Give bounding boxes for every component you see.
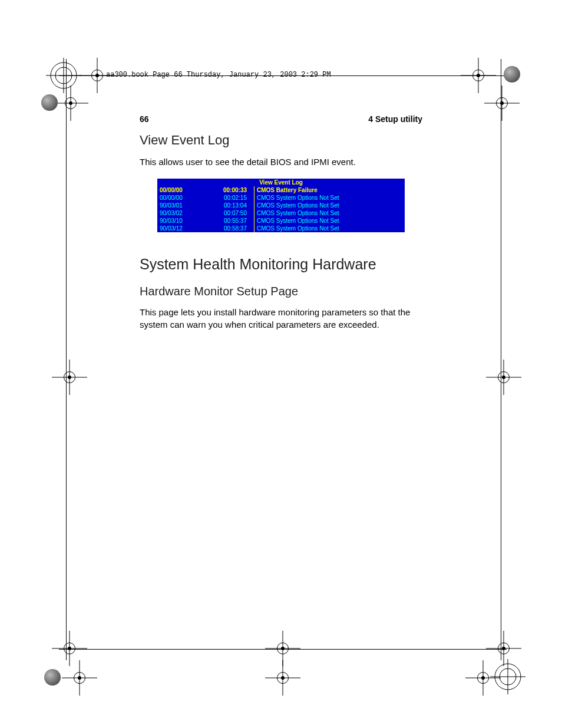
crosshair-icon bbox=[490, 91, 514, 115]
event-date: 00/00/00 bbox=[157, 186, 203, 194]
event-time: 00:58:37 bbox=[203, 225, 254, 232]
event-log-row: 90/03/0200:07:50CMOS System Options Not … bbox=[157, 209, 405, 217]
section-title: 4 Setup utility bbox=[368, 114, 422, 124]
crosshair-icon bbox=[492, 365, 515, 389]
crosshair-icon bbox=[58, 637, 81, 660]
crosshair-icon bbox=[467, 64, 490, 87]
event-date: 90/03/02 bbox=[157, 209, 203, 217]
event-log-table: View Event Log 00/00/0000:00:33CMOS Batt… bbox=[157, 179, 405, 232]
event-date: 90/03/10 bbox=[157, 217, 203, 225]
book-header-line: aa300.book Page 66 Thursday, January 23,… bbox=[106, 71, 331, 79]
event-message: CMOS System Options Not Set bbox=[254, 194, 405, 202]
event-log-row: 00/00/0000:02:15CMOS System Options Not … bbox=[157, 194, 405, 202]
body-view-event-log: This allows user to see the detail BIOS … bbox=[140, 156, 422, 168]
content-area: View Event Log This allows user to see t… bbox=[140, 133, 422, 341]
event-time: 00:02:15 bbox=[203, 194, 254, 202]
event-time: 00:07:50 bbox=[203, 209, 254, 217]
event-date: 00/00/00 bbox=[157, 194, 203, 202]
heading-view-event-log: View Event Log bbox=[140, 133, 422, 148]
event-date: 90/03/12 bbox=[157, 225, 203, 232]
page-number: 66 bbox=[140, 114, 149, 124]
crosshair-icon bbox=[492, 637, 515, 660]
event-log-row: 90/03/0100:13:04CMOS System Options Not … bbox=[157, 202, 405, 209]
event-message: CMOS Battery Failure bbox=[254, 186, 405, 194]
event-log-title: View Event Log bbox=[157, 179, 405, 186]
crosshair-icon bbox=[59, 91, 82, 115]
shaded-ball-icon bbox=[41, 94, 58, 111]
event-message: CMOS System Options Not Set bbox=[254, 217, 405, 225]
event-log-row: 00/00/0000:00:33CMOS Battery Failure bbox=[157, 186, 405, 194]
frame-left-line bbox=[66, 59, 67, 660]
body-hardware-monitor: This page lets you install hardware moni… bbox=[140, 307, 422, 331]
event-log-row: 90/03/1000:55:37CMOS System Options Not … bbox=[157, 217, 405, 225]
crosshair-icon bbox=[85, 64, 109, 87]
event-message: CMOS System Options Not Set bbox=[254, 225, 405, 232]
event-date: 90/03/01 bbox=[157, 202, 203, 209]
crosshair-icon bbox=[271, 666, 295, 690]
event-time: 00:00:33 bbox=[203, 186, 254, 194]
heading-system-health: System Health Monitoring Hardware bbox=[140, 256, 422, 273]
event-time: 00:55:37 bbox=[203, 217, 254, 225]
event-time: 00:13:04 bbox=[203, 202, 254, 209]
shaded-ball-icon bbox=[44, 669, 61, 686]
crosshair-icon bbox=[68, 666, 91, 690]
crosshair-icon bbox=[58, 365, 81, 389]
registration-mark-top-left bbox=[46, 58, 81, 93]
frame-right-line bbox=[501, 59, 501, 660]
registration-mark-bottom-right bbox=[490, 659, 525, 694]
shaded-ball-icon bbox=[504, 66, 520, 83]
event-message: CMOS System Options Not Set bbox=[254, 202, 405, 209]
event-log-row: 90/03/1200:58:37CMOS System Options Not … bbox=[157, 225, 405, 232]
crosshair-icon bbox=[271, 637, 295, 660]
event-message: CMOS System Options Not Set bbox=[254, 209, 405, 217]
heading-hardware-monitor: Hardware Monitor Setup Page bbox=[140, 285, 422, 298]
